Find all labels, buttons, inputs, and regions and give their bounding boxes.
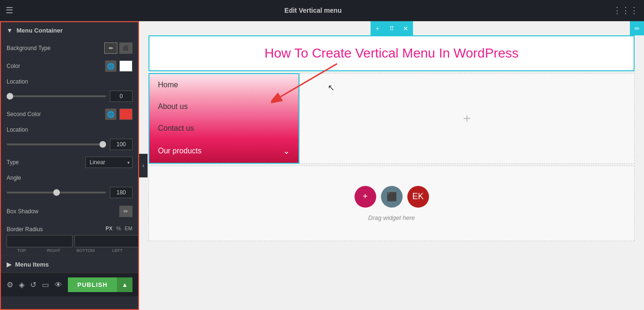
location-slider[interactable] — [7, 95, 106, 97]
angle-value-input[interactable]: 180 — [110, 187, 132, 198]
color-label: Color — [7, 63, 20, 69]
border-unit-px[interactable]: PX — [106, 226, 113, 231]
canvas-add-button[interactable]: + — [371, 21, 385, 35]
top-bar: ☰ Edit Vertical menu ⋮⋮⋮ — [0, 0, 644, 21]
box-shadow-edit-button[interactable]: ✏ — [119, 206, 132, 217]
second-color-controls: 🌐 — [105, 109, 132, 120]
angle-slider[interactable] — [7, 192, 106, 193]
border-top-label: TOP — [7, 248, 37, 253]
canvas-action-buttons: + ⠿ ✕ — [371, 21, 413, 35]
color-swatch-white[interactable] — [119, 60, 132, 72]
edit-pen-button[interactable]: ✏ — [630, 21, 644, 35]
menu-item-products[interactable]: Our products ⌄ — [149, 139, 298, 163]
box-shadow-row: Box Shadow ✏ — [1, 202, 138, 221]
border-units: PX % EM — [106, 226, 132, 231]
chevron-down-icon: ⌄ — [283, 146, 290, 156]
layers-icon[interactable]: ◈ — [19, 280, 25, 289]
border-radius-section: Border Radius PX % EM 🔗 TOP RIGHT BOTTOM… — [1, 221, 138, 256]
border-top-input[interactable] — [7, 235, 73, 247]
type-row: Type Linear Radial ▾ — [1, 154, 138, 171]
second-location-value-input[interactable]: 100 — [110, 139, 132, 150]
content-placeholder: + — [299, 73, 635, 164]
settings-icon[interactable]: ⚙ — [7, 280, 13, 289]
left-panel: ▼ Menu Container Background Type ✏ ⬛ Col… — [0, 21, 139, 310]
canvas-move-button[interactable]: ⠿ — [385, 21, 399, 35]
main-layout: ▼ Menu Container Background Type ✏ ⬛ Col… — [0, 21, 644, 310]
type-select-wrapper: Linear Radial ▾ — [85, 157, 132, 168]
border-unit-percent[interactable]: % — [116, 226, 121, 231]
menu-content-row: Home About us Contact us Our products ⌄ — [149, 73, 635, 164]
box-shadow-label: Box Shadow — [7, 208, 38, 215]
title-section: How To Create Vertical Menu In WordPress — [149, 35, 635, 71]
color-globe-button[interactable]: 🌐 — [105, 60, 116, 72]
location-label: Location — [7, 78, 28, 85]
second-color-label: Second Color — [7, 111, 41, 117]
color-swatch-red[interactable] — [119, 109, 132, 120]
menu-item-home-label: Home — [158, 81, 178, 89]
menu-items-label: Menu Items — [15, 261, 49, 268]
color-controls: 🌐 — [105, 60, 132, 72]
hamburger-icon[interactable]: ☰ — [6, 5, 13, 16]
vertical-menu: Home About us Contact us Our products ⌄ — [149, 73, 299, 164]
second-location-label: Location — [7, 126, 28, 133]
panel-toggle-button[interactable]: ‹ — [139, 154, 148, 177]
menu-container-header[interactable]: ▼ Menu Container — [1, 22, 138, 39]
angle-label-row: Angle — [1, 171, 138, 185]
drag-template-button[interactable]: EK — [407, 186, 429, 208]
publish-group: PUBLISH ▲ — [68, 277, 132, 292]
border-left-label: LEFT — [102, 248, 132, 253]
menu-item-about-label: About us — [158, 102, 188, 111]
location-slider-row: 0 — [1, 89, 138, 106]
background-type-label: Background Type — [7, 45, 50, 51]
page-heading: How To Create Vertical Menu In WordPress — [159, 46, 624, 61]
publish-arrow-button[interactable]: ▲ — [117, 277, 132, 292]
menu-items-expand-icon: ▶ — [7, 261, 11, 268]
canvas-area: ‹ + ⠿ ✕ ✏ How To Create Vertical Menu In… — [139, 21, 644, 310]
drag-buttons: + ⬛ EK — [355, 186, 429, 208]
border-right-label: RIGHT — [39, 248, 69, 253]
bottom-toolbar: ⚙ ◈ ↺ ▭ 👁 PUBLISH ▲ — [1, 273, 138, 296]
second-color-row: Second Color 🌐 — [1, 106, 138, 123]
type-select[interactable]: Linear Radial — [85, 157, 132, 168]
menu-items-header[interactable]: ▶ Menu Items — [1, 256, 138, 273]
responsive-icon[interactable]: ▭ — [42, 280, 49, 289]
border-radius-label: Border Radius — [7, 226, 43, 233]
history-icon[interactable]: ↺ — [30, 280, 36, 289]
drag-label: Drag widget here — [368, 214, 415, 221]
grid-icon[interactable]: ⋮⋮⋮ — [613, 5, 638, 16]
border-right-input[interactable] — [74, 235, 139, 247]
canvas-close-button[interactable]: ✕ — [399, 21, 413, 35]
drag-add-button[interactable]: + — [355, 186, 376, 208]
location-value-input[interactable]: 0 — [110, 91, 132, 102]
background-type-pen-button[interactable]: ✏ — [104, 42, 117, 54]
drag-widget-area: + ⬛ EK Drag widget here — [149, 166, 635, 241]
menu-item-products-label: Our products — [158, 147, 201, 155]
angle-label: Angle — [7, 175, 21, 181]
type-label: Type — [7, 159, 19, 166]
second-location-slider[interactable] — [7, 143, 106, 145]
second-location-slider-row: 100 — [1, 137, 138, 154]
eye-icon[interactable]: 👁 — [55, 281, 62, 289]
background-type-square-button[interactable]: ⬛ — [119, 42, 132, 54]
location-label-row: Location — [1, 75, 138, 89]
background-type-row: Background Type ✏ ⬛ — [1, 39, 138, 58]
add-content-icon[interactable]: + — [463, 111, 471, 126]
drag-widget-button[interactable]: ⬛ — [381, 186, 403, 208]
menu-item-contact-label: Contact us — [158, 124, 194, 133]
collapse-arrow-icon: ▼ — [7, 27, 13, 34]
color-row: Color 🌐 — [1, 58, 138, 75]
second-location-label-row: Location — [1, 123, 138, 137]
canvas-content: How To Create Vertical Menu In WordPress… — [139, 21, 644, 310]
publish-button[interactable]: PUBLISH — [68, 277, 117, 292]
menu-item-home[interactable]: Home — [149, 74, 298, 96]
menu-item-about[interactable]: About us — [149, 96, 298, 117]
menu-item-contact[interactable]: Contact us — [149, 117, 298, 139]
menu-container-label: Menu Container — [17, 27, 63, 34]
border-unit-em[interactable]: EM — [125, 226, 133, 231]
border-bottom-label: BOTTOM — [71, 248, 101, 253]
border-labels: TOP RIGHT BOTTOM LEFT — [7, 248, 132, 253]
page-title: Edit Vertical menu — [19, 7, 607, 14]
second-color-globe-button[interactable]: 🌐 — [105, 109, 116, 120]
border-radius-header: Border Radius PX % EM — [7, 224, 132, 235]
background-type-buttons: ✏ ⬛ — [104, 42, 132, 54]
